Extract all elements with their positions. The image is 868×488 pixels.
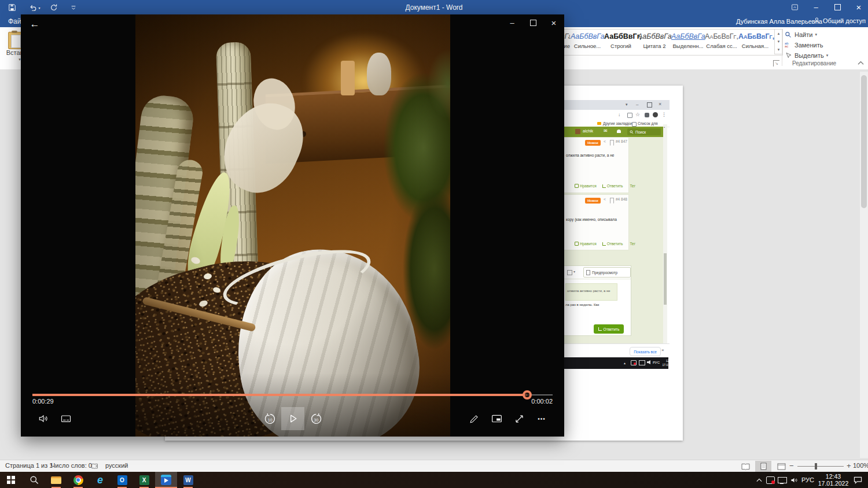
word-count[interactable]: Число слов: 0 (51, 462, 92, 469)
style-item-intense-emphasis[interactable]: АаБбВвГа Сильное... (571, 31, 604, 53)
style-item-intense-reference[interactable]: АаБбВвГг, Сильная... (738, 31, 772, 53)
styles-dialog-launcher[interactable]: ↘ (773, 60, 779, 66)
gallery-more-button[interactable]: ▾ (774, 46, 782, 54)
shot-user-avatar (575, 129, 580, 134)
player-minimize-button[interactable]: – (503, 14, 521, 31)
start-button[interactable] (0, 472, 22, 488)
shot-tag-label: Тег (630, 242, 635, 246)
taskbar-chrome-button[interactable] (67, 472, 89, 488)
replace-icon: abac (785, 42, 792, 48)
zoom-level[interactable]: 100% (853, 462, 868, 469)
style-name: Сильное... (571, 43, 604, 49)
shot-editor-tool-icon (567, 270, 572, 275)
style-item-subtle-reference[interactable]: АаБбВвГг, Слабая сс... (705, 31, 738, 53)
volume-button[interactable] (33, 407, 54, 430)
gallery-scroll-down-button[interactable]: ▾ (774, 38, 782, 46)
more-options-button[interactable]: ••• (531, 407, 552, 430)
shot-reply-button-label: Ответить (604, 327, 620, 331)
volume-tray-button[interactable] (788, 474, 800, 486)
shot-avatar-icon (653, 112, 658, 117)
player-back-button[interactable]: ← (25, 16, 44, 33)
taskbar-movies-tv-button[interactable] (155, 472, 177, 488)
collapse-ribbon-button[interactable] (855, 59, 866, 67)
skip-back-button[interactable]: 10 (258, 407, 281, 430)
video-content[interactable] (135, 14, 450, 437)
read-mode-button[interactable] (737, 461, 753, 472)
shot-post-number: #4 847 (616, 139, 627, 143)
word-statusbar: Страница 1 из 1 Число слов: 0 русский − … (0, 460, 868, 472)
video-player-window: ← – × 0:00:29 0:00:02 10 30 (21, 14, 564, 437)
search-icon (785, 31, 792, 38)
language-tray[interactable]: РУС (801, 476, 814, 483)
shot-reply-label: Ответить (607, 242, 623, 246)
word-restore-button[interactable] (829, 0, 846, 14)
shot-tray-time: 12:42 (666, 359, 674, 363)
zoom-in-button[interactable]: + (847, 461, 851, 470)
word-scrollbar-thumb[interactable] (861, 75, 867, 208)
taskbar-clock[interactable]: 12:43 17.01.2022 (817, 473, 849, 487)
excel-icon: X (139, 475, 149, 485)
share-button[interactable]: Общий доступ (813, 17, 866, 24)
skip-forward-button[interactable]: 30 (304, 407, 328, 430)
zoom-out-button[interactable]: − (789, 461, 794, 470)
shot-tab-caret-icon: ▾ (626, 102, 628, 107)
mini-player-button[interactable] (486, 407, 507, 430)
action-center-button[interactable] (849, 472, 866, 488)
shot-reply-label: Ответить (607, 184, 623, 188)
seek-bar[interactable] (32, 391, 553, 398)
language-indicator[interactable]: русский (105, 462, 128, 469)
shot-mail-icon: ✉ (604, 128, 608, 134)
word-scrollbar[interactable] (860, 72, 868, 458)
network-icon[interactable] (778, 477, 787, 483)
styles-gallery: вГа ние АаБбВвГа Сильное... АаБбВвГг, Ст… (538, 29, 783, 56)
shot-scrollbar: ▴ ▾ (663, 124, 667, 350)
style-preview: АаБбВвГг, (604, 31, 638, 42)
find-button[interactable]: Найти ▾ (785, 30, 817, 39)
taskbar-excel-button[interactable]: X (133, 472, 155, 488)
captions-button[interactable] (56, 407, 76, 430)
taskbar-date: 17.01.2022 (818, 480, 849, 487)
tray-app-icon[interactable] (766, 476, 775, 484)
word-minimize-button[interactable]: – (807, 0, 825, 14)
player-maximize-button[interactable] (524, 14, 542, 31)
style-name: Слабая сс... (705, 43, 738, 49)
taskbar-word-button[interactable]: W (177, 472, 199, 488)
shot-post-text: кору (как именно, описывала (566, 217, 617, 221)
replace-button[interactable]: abac Заменить (785, 40, 823, 50)
taskbar-explorer-button[interactable] (45, 472, 67, 488)
style-item-strong[interactable]: АаБбВвГг, Строгий (604, 31, 638, 53)
select-button[interactable]: Выделить ▾ (785, 51, 828, 60)
page-indicator[interactable]: Страница 1 из 1 (5, 462, 53, 469)
play-button[interactable] (281, 407, 304, 430)
player-close-button[interactable]: × (545, 14, 563, 31)
ribbon-display-options-icon (791, 3, 799, 11)
select-label: Выделить (795, 52, 824, 59)
zoom-slider[interactable] (797, 466, 844, 467)
taskbar-ie-button[interactable]: e (89, 472, 111, 488)
tray-chevron-button[interactable] (752, 472, 766, 488)
print-layout-button[interactable] (755, 461, 771, 472)
shot-quote-text: олжила активно расти, а не (566, 284, 617, 293)
ribbon-display-options-button[interactable] (786, 0, 803, 14)
shot-share-icon: < (604, 139, 606, 143)
taskbar-search-button[interactable] (23, 472, 45, 488)
internet-explorer-icon: e (97, 475, 103, 485)
mini-player-icon (491, 413, 503, 425)
gallery-scroll-up-button[interactable]: ▴ (774, 29, 782, 38)
shot-post-footer: Нравится Ответить Тег (575, 242, 635, 246)
zoom-slider-thumb[interactable] (815, 463, 817, 469)
style-item-quote2[interactable]: АаБбВвГа Цитата 2 (638, 31, 671, 53)
style-item-intense-quote[interactable]: АаБбВвГа Выделенн... (671, 31, 705, 53)
shot-reply-button: Ответить (594, 324, 624, 334)
fullscreen-button[interactable] (509, 407, 529, 430)
word-close-button[interactable]: × (850, 0, 867, 14)
style-preview: АаБбВвГа (571, 31, 604, 42)
shot-post-badge: Новое (585, 198, 601, 204)
web-layout-button[interactable] (773, 461, 789, 472)
proofing-status-icon[interactable] (91, 463, 98, 471)
play-icon (287, 413, 299, 424)
editing-group-label: Редактирование (782, 60, 846, 66)
taskbar-outlook-button[interactable]: O (111, 472, 133, 488)
draw-button[interactable] (464, 407, 484, 430)
shot-draft-text: ла раз в неделю. Как (565, 303, 599, 306)
